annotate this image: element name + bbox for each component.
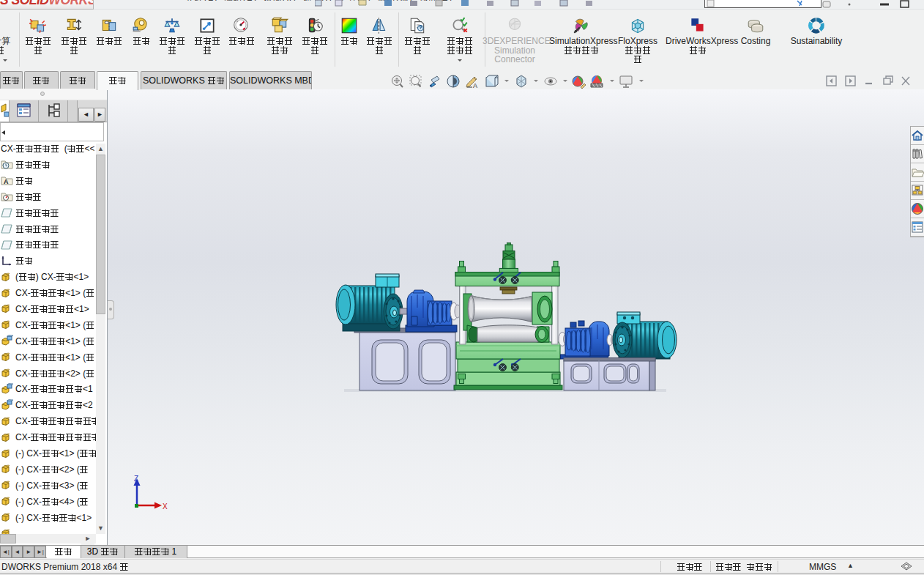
svg-text:X: X <box>163 502 168 511</box>
svg-text:A: A <box>4 178 9 185</box>
svg-text:A: A <box>473 82 477 89</box>
